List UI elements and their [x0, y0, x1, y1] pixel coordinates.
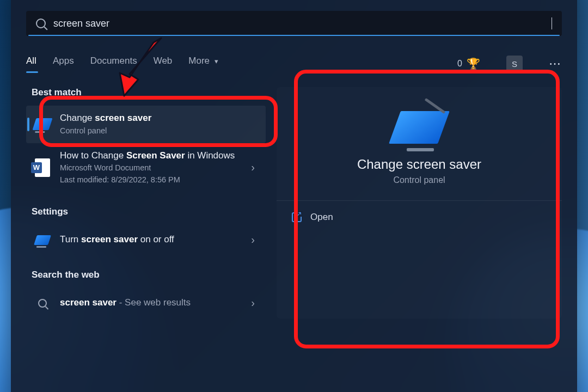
- user-avatar[interactable]: S: [506, 56, 523, 72]
- open-action[interactable]: Open: [277, 201, 562, 234]
- section-best-match: Best match: [32, 87, 266, 98]
- section-search-web: Search the web: [32, 270, 266, 280]
- monitor-icon: [34, 231, 51, 249]
- result-word-document[interactable]: How to Change Screen Saver in Windows Mi…: [26, 143, 266, 192]
- chevron-right-icon[interactable]: ›: [248, 161, 258, 174]
- preview-pane: Change screen saver Control panel Open: [277, 87, 562, 318]
- search-input[interactable]: [53, 18, 552, 29]
- chevron-right-icon[interactable]: ›: [248, 234, 258, 246]
- result-title: Turn screen saver on or off: [60, 234, 239, 246]
- tab-documents[interactable]: Documents: [90, 56, 137, 72]
- more-options-button[interactable]: ⋯: [549, 57, 562, 71]
- monitor-icon: [34, 115, 51, 133]
- tab-all[interactable]: All: [26, 56, 36, 72]
- result-turn-screensaver[interactable]: Turn screen saver on or off ›: [26, 225, 266, 255]
- section-settings: Settings: [32, 206, 266, 217]
- word-icon: [34, 159, 51, 176]
- tab-web[interactable]: Web: [154, 56, 173, 72]
- search-icon: [36, 19, 46, 28]
- result-web-search[interactable]: screen saver - See web results ›: [26, 288, 266, 318]
- open-label: Open: [310, 212, 333, 223]
- filter-tabs: All Apps Documents Web More ▾ 0 🏆 S ⋯: [26, 56, 562, 72]
- result-title: Change screen saver: [60, 112, 258, 125]
- chevron-right-icon[interactable]: ›: [248, 297, 258, 309]
- result-change-screen-saver[interactable]: Change screen saver Control panel: [26, 106, 266, 143]
- result-subtitle: Microsoft Word Document: [60, 163, 239, 174]
- results-list: Best match Change screen saver Control p…: [26, 87, 266, 318]
- preview-title: Change screen saver: [277, 157, 562, 172]
- preview-subtitle: Control panel: [277, 175, 562, 185]
- tab-more[interactable]: More ▾: [188, 56, 218, 72]
- search-bar[interactable]: [26, 11, 562, 36]
- rewards-points[interactable]: 0 🏆: [457, 57, 480, 70]
- result-subtitle: Control panel: [60, 126, 258, 137]
- text-caret: [552, 17, 552, 29]
- result-title: How to Change Screen Saver in Windows: [60, 150, 239, 162]
- start-search-panel: All Apps Documents Web More ▾ 0 🏆 S ⋯ Be…: [11, 0, 577, 392]
- chevron-down-icon: ▾: [215, 57, 218, 65]
- tab-apps[interactable]: Apps: [53, 56, 74, 72]
- preview-icon: [395, 111, 444, 147]
- points-value: 0: [457, 59, 462, 69]
- result-subtitle-2: Last modified: 8/29/2022, 8:56 PM: [60, 175, 239, 186]
- search-icon: [34, 295, 51, 312]
- tab-more-label: More: [188, 56, 210, 66]
- open-external-icon: [292, 212, 302, 222]
- trophy-icon: 🏆: [467, 57, 480, 70]
- result-title: screen saver - See web results: [60, 297, 239, 309]
